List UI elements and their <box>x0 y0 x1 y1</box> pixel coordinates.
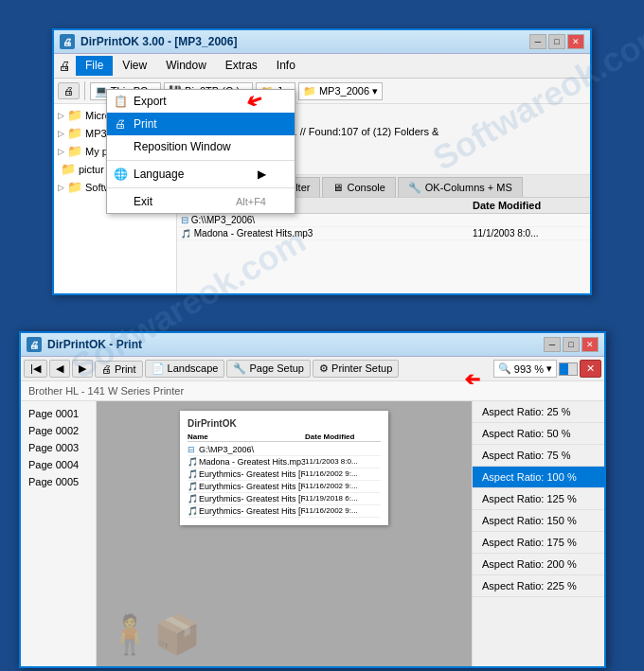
menu-bar: 🖨 File View Window Extras Info <box>54 54 590 79</box>
preview-ghost-icon: 🧍📦 <box>106 612 201 657</box>
preview-file-name-2: Eurythmics- Greatest Hits [RCA] - ... <box>199 469 305 479</box>
printer-label: Brother HL - 141 W Series Printer <box>21 381 604 401</box>
preview-file-icon-3: 🎵 <box>188 482 199 491</box>
print-body: Page 0001 Page 0002 Page 0003 Page 0004 … <box>21 401 604 666</box>
menu-exit[interactable]: Exit Alt+F4 <box>107 190 295 213</box>
print-minimize-btn[interactable]: ─ <box>544 337 561 352</box>
menu-language[interactable]: 🌐 Language ▶ <box>107 163 295 185</box>
menu-icon-item: 🖨 <box>54 56 76 76</box>
aspect-ratio-panel: Aspect Ratio: 25 % Aspect Ratio: 50 % As… <box>472 401 604 666</box>
folder-icon-5: 📁 <box>67 180 82 194</box>
main-titlebar: 🖨 DirPrintOK 3.00 - [MP3_2006] ─ □ ✕ <box>54 30 590 54</box>
folder-icon-1: 📁 <box>67 108 82 122</box>
mp3-folder-dropdown[interactable]: 📁 MP3_2006 ▾ <box>298 82 383 100</box>
menu-file[interactable]: File <box>76 56 113 76</box>
submenu-arrow: ▶ <box>258 168 266 181</box>
print-maximize-btn[interactable]: □ <box>563 337 580 352</box>
console-icon: 🖥 <box>332 182 343 193</box>
file-row-1: 🎵 Madona - Greatest Hits.mp3 11/1/2003 8… <box>177 227 590 240</box>
tab-console[interactable]: 🖥 Console <box>322 177 395 197</box>
export-icon: 📋 <box>113 94 128 109</box>
tab-ok-columns[interactable]: 🔧 OK-Columns + MS <box>398 177 523 197</box>
pages-panel: Page 0001 Page 0002 Page 0003 Page 0004 … <box>21 401 97 666</box>
print-app-icon: 🖨 <box>27 337 42 352</box>
nav-next-btn[interactable]: ▶ <box>72 360 93 378</box>
aspect-100[interactable]: Aspect Ratio: 100 % <box>473 467 604 488</box>
printer-setup-button[interactable]: ⚙ Printer Setup <box>313 360 399 378</box>
file-name-1: 🎵 Madona - Greatest Hits.mp3 <box>181 228 473 238</box>
nav-prev-btn[interactable]: ◀ <box>49 360 70 378</box>
zoom-arrow: ▾ <box>546 362 552 375</box>
preview-file-row-2: 🎵 Eurythmics- Greatest Hits [RCA] - ... … <box>188 468 381 481</box>
menu-extras[interactable]: Extras <box>216 56 267 76</box>
preview-file-name-3: Eurythmics- Greatest Hits [RCA] - ... <box>199 482 305 491</box>
preview-name-header: Name <box>188 433 305 441</box>
preview-folder-row: ⊟ G:\MP3_2006\ <box>188 444 381 456</box>
page-item-3[interactable]: Page 0003 <box>21 439 96 456</box>
aspect-150[interactable]: Aspect Ratio: 150 % <box>473 510 604 532</box>
landscape-button[interactable]: 📄 Landscape <box>145 360 225 378</box>
folder-icon-3: 📁 <box>67 144 82 158</box>
maximize-button[interactable]: □ <box>548 34 565 49</box>
zoom-dropdown[interactable]: 🔍 993 % ▾ <box>493 360 557 378</box>
toolbar-icon-btn[interactable]: 🖨 <box>58 82 80 99</box>
page-item-1[interactable]: Page 0001 <box>21 405 96 422</box>
arrow-indicator-2: ➔ <box>464 369 480 392</box>
app-icon: 🖨 <box>60 34 75 49</box>
print-titlebar: 🖨 DirPrintOK - Print ─ □ ✕ <box>21 333 604 357</box>
file-row-folder: ⊟ G:\\MP3_2006\ <box>177 214 590 227</box>
menu-separator-2 <box>107 187 295 188</box>
dirprintok-main-window: 🖨 DirPrintOK 3.00 - [MP3_2006] ─ □ ✕ 🖨 F… <box>52 28 592 295</box>
menu-export[interactable]: 📋 Export <box>107 90 295 113</box>
menu-print[interactable]: 🖨 Print <box>107 113 295 135</box>
menu-separator-1 <box>107 160 295 161</box>
aspect-225[interactable]: Aspect Ratio: 225 % <box>473 575 604 597</box>
print-close-btn[interactable]: ✕ <box>581 337 599 352</box>
reposition-icon <box>113 139 128 154</box>
tree-arrow-1: ▷ <box>58 111 64 120</box>
tree-label-4: pictur <box>79 164 104 175</box>
preview-file-date-1: 11/1/2003 8:0... <box>305 457 381 467</box>
preview-file-name-1: Madona - Greatest Hits.mp3 <box>199 457 305 467</box>
menu-window[interactable]: Window <box>156 56 216 76</box>
close-print-btn[interactable]: ✕ <box>580 360 601 378</box>
menu-reposition-window[interactable]: Reposition Window <box>107 135 295 158</box>
zoom-icon: 🔍 <box>498 362 511 375</box>
titlebar-controls: ─ □ ✕ <box>529 34 584 49</box>
preview-date-header: Date Modified <box>305 433 381 441</box>
menu-info[interactable]: Info <box>267 56 305 76</box>
aspect-175[interactable]: Aspect Ratio: 175 % <box>473 532 604 554</box>
close-button[interactable]: ✕ <box>567 34 584 49</box>
aspect-200[interactable]: Aspect Ratio: 200 % <box>473 554 604 575</box>
page-setup-button[interactable]: 🔧 Page Setup <box>226 360 311 378</box>
print-button[interactable]: 🖨 Print <box>95 361 143 378</box>
file-folder-path: ⊟ G:\\MP3_2006\ <box>181 215 473 225</box>
print-window-title: DirPrintOK - Print <box>47 338 142 351</box>
language-icon: 🌐 <box>113 167 128 182</box>
aspect-125[interactable]: Aspect Ratio: 125 % <box>473 488 604 510</box>
preview-file-icon-1: 🎵 <box>188 457 199 467</box>
menu-view[interactable]: View <box>113 56 156 76</box>
preview-file-icon-4: 🎵 <box>188 494 199 503</box>
ok-columns-icon: 🔧 <box>408 182 421 194</box>
preview-file-date-5: 11/16/2002 9:... <box>305 506 381 516</box>
aspect-50[interactable]: Aspect Ratio: 50 % <box>473 423 604 445</box>
page-item-2[interactable]: Page 0002 <box>21 422 96 439</box>
zoom-value: 993 % <box>514 363 544 375</box>
toolbar-sep-1 <box>84 81 85 100</box>
preview-folder-path: G:\MP3_2006\ <box>199 445 381 454</box>
main-window-title: DirPrintOK 3.00 - [MP3_2006] <box>80 35 237 48</box>
page-item-4[interactable]: Page 0004 <box>21 456 96 473</box>
aspect-75[interactable]: Aspect Ratio: 75 % <box>473 445 604 467</box>
exit-shortcut: Alt+F4 <box>236 196 266 207</box>
preview-file-row-4: 🎵 Eurythmics- Greatest Hits [RCA] - ... … <box>188 493 381 505</box>
nav-first-btn[interactable]: |◀ <box>24 360 47 378</box>
file-dropdown-menu: 📋 Export 🖨 Print Reposition Window 🌐 Lan… <box>106 89 295 214</box>
aspect-25[interactable]: Aspect Ratio: 25 % <box>473 401 604 423</box>
minimize-button[interactable]: ─ <box>529 34 546 49</box>
file-folder-date <box>473 215 586 225</box>
print-toolbar: |◀ ◀ ▶ 🖨 Print 📄 Landscape 🔧 Page Setup … <box>21 357 604 381</box>
page-item-5[interactable]: Page 0005 <box>21 473 96 490</box>
folder-icon-4: 📁 <box>61 162 76 176</box>
print-window: 🖨 DirPrintOK - Print ─ □ ✕ |◀ ◀ ▶ 🖨 Prin… <box>19 331 606 668</box>
